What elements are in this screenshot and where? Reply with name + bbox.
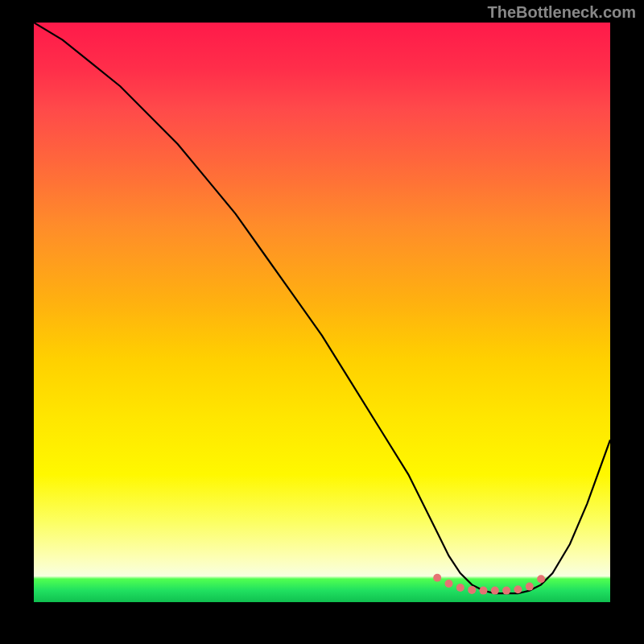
marker-dot bbox=[433, 574, 441, 582]
marker-dot bbox=[514, 585, 522, 593]
chart-container: TheBottleneck.com bbox=[0, 0, 644, 644]
marker-dot bbox=[445, 580, 453, 588]
watermark-text: TheBottleneck.com bbox=[488, 3, 636, 22]
marker-dot bbox=[480, 587, 488, 595]
marker-dot bbox=[526, 583, 534, 591]
marker-dot bbox=[456, 584, 464, 592]
marker-dot bbox=[537, 575, 545, 583]
marker-dot bbox=[468, 586, 476, 594]
bottleneck-curve bbox=[34, 23, 610, 593]
marker-dot bbox=[491, 587, 499, 595]
curve-layer bbox=[34, 23, 610, 602]
marker-dot bbox=[502, 587, 510, 595]
